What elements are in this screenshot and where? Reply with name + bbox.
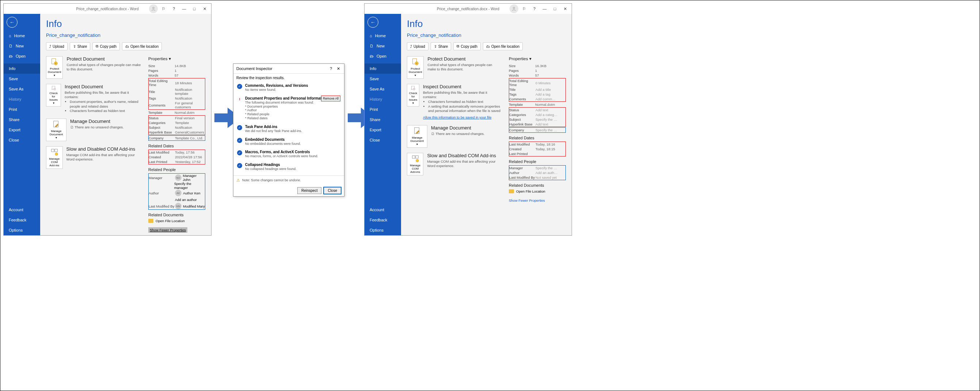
- check-issues-button[interactable]: ?Check for Issues ▾: [407, 84, 419, 106]
- manage-section: Manage Document ▾ Manage Document🗋 There…: [407, 125, 501, 148]
- nav-export[interactable]: Export: [4, 125, 40, 135]
- nav-print[interactable]: Print: [364, 104, 401, 114]
- check-issues-button[interactable]: ?Check for Issues ▾: [46, 84, 61, 106]
- nav-save-as[interactable]: Save As: [4, 84, 40, 94]
- account-icon[interactable]: [509, 5, 518, 13]
- coming-soon-icon[interactable]: ⚐: [519, 5, 529, 13]
- close-icon[interactable]: ✕: [199, 5, 210, 13]
- related-people-box: ManagerMJManager John Specify the manage…: [148, 173, 205, 210]
- dialog-lead: Review the inspection results.: [236, 76, 341, 80]
- nav-account[interactable]: Account: [364, 204, 401, 215]
- manage-com-button[interactable]: Manage COM Add-ins: [46, 146, 63, 169]
- prop-row: Last Modified ByNot saved yet: [509, 175, 565, 180]
- folder-icon: 🗀: [125, 44, 129, 49]
- show-fewer-link[interactable]: Show Fewer Properties: [509, 198, 545, 203]
- properties-header[interactable]: Properties ▾: [509, 56, 566, 61]
- open-location-button[interactable]: 🗀Open file location: [122, 42, 162, 50]
- prop-row: Last ModifiedToday, 18:16: [509, 142, 565, 147]
- help-icon[interactable]: ?: [169, 5, 179, 13]
- manage-document-button[interactable]: Manage Document ▾: [407, 125, 427, 148]
- copy-path-button[interactable]: ⧉Copy path: [453, 42, 481, 50]
- copy-path-button[interactable]: ⧉Copy path: [92, 42, 120, 50]
- backstage-main: Info Price_change_notification ⤴Upload ⇪…: [401, 14, 572, 235]
- open-file-location-link[interactable]: Open File Location: [148, 218, 205, 223]
- link-icon: ⧉: [457, 44, 459, 49]
- nav-new[interactable]: 🗋New: [364, 41, 401, 51]
- nav-options[interactable]: Options: [4, 225, 40, 235]
- titlebar: Price_change_notification.docx - Word ⚐ …: [364, 4, 572, 14]
- check-icon: ✓: [237, 138, 242, 143]
- backstage-sidebar: ← ⌂Home 🗋New 🗁Open Info Save Save As His…: [4, 14, 40, 235]
- nav-close[interactable]: Close: [4, 135, 40, 145]
- prop-row: Pages1: [148, 68, 205, 73]
- minimize-icon[interactable]: ―: [179, 5, 189, 13]
- backstage-main: Info Price_change_notification ⤴Upload ⇪…: [40, 14, 211, 235]
- nav-share[interactable]: Share: [4, 114, 40, 125]
- nav-info[interactable]: Info: [364, 63, 401, 74]
- show-fewer-link[interactable]: Show Fewer Properties: [148, 227, 188, 233]
- nav-home[interactable]: ⌂Home: [4, 31, 40, 41]
- close-icon[interactable]: ✕: [335, 66, 341, 71]
- protect-document-button[interactable]: Protect Document ▾: [46, 56, 63, 79]
- nav-save-as[interactable]: Save As: [364, 84, 401, 94]
- remove-all-button[interactable]: Remove All: [321, 95, 340, 101]
- share-button[interactable]: ⇪Share: [70, 42, 91, 50]
- home-icon: ⌂: [370, 33, 372, 38]
- maximize-icon[interactable]: □: [189, 5, 199, 13]
- nav-home[interactable]: ⌂Home: [364, 31, 401, 41]
- nav-export[interactable]: Export: [364, 125, 401, 135]
- coming-soon-icon[interactable]: ⚐: [159, 5, 169, 13]
- open-file-location-link[interactable]: Open File Location: [509, 189, 566, 194]
- allow-save-link[interactable]: Allow this information to be saved in yo…: [423, 115, 491, 119]
- protect-document-button[interactable]: Protect Document ▾: [407, 56, 424, 79]
- filename-link[interactable]: Price_change_notification: [46, 32, 205, 38]
- close-icon[interactable]: ✕: [560, 5, 570, 13]
- prop-row: Pages1: [509, 68, 566, 73]
- properties-header[interactable]: Properties ▾: [148, 56, 205, 61]
- prop-row: SubjectSpecify the …: [509, 117, 565, 122]
- svg-rect-19: [412, 156, 415, 158]
- account-icon[interactable]: [149, 5, 158, 13]
- help-icon[interactable]: ?: [328, 66, 334, 71]
- avatar: MM: [175, 203, 181, 209]
- nav-save[interactable]: Save: [4, 74, 40, 84]
- link-icon: ⧉: [96, 44, 98, 49]
- prop-row: Total Editing Time18 Minutes: [149, 78, 205, 87]
- back-button[interactable]: ←: [6, 17, 18, 28]
- upload-button[interactable]: ⤴Upload: [407, 42, 428, 50]
- nav-share[interactable]: Share: [364, 114, 401, 125]
- reinspect-button[interactable]: Reinspect: [298, 187, 321, 194]
- inspector-result: ✓Task Pane Add-insWe did not find any Ta…: [236, 123, 341, 135]
- manage-document-button[interactable]: Manage Document ▾: [46, 119, 67, 141]
- nav-info[interactable]: Info: [4, 63, 40, 74]
- open-location-button[interactable]: 🗀Open file location: [483, 42, 523, 50]
- svg-point-0: [153, 7, 154, 9]
- prop-row: Last ModifiedToday, 17:56: [149, 150, 205, 155]
- filename-link[interactable]: Price_change_notification: [407, 32, 566, 38]
- upload-button[interactable]: ⤴Upload: [46, 42, 68, 50]
- properties-panel: Properties ▾ Size16.3KBPages1Words57 Tot…: [509, 56, 566, 203]
- nav-feedback[interactable]: Feedback: [364, 215, 401, 225]
- minimize-icon[interactable]: ―: [539, 5, 550, 13]
- nav-account[interactable]: Account: [4, 204, 40, 215]
- nav-feedback[interactable]: Feedback: [4, 215, 40, 225]
- manage-com-button[interactable]: Manage COM Add-ins: [407, 153, 423, 176]
- nav-new[interactable]: 🗋New: [4, 41, 40, 51]
- maximize-icon[interactable]: □: [550, 5, 560, 13]
- nav-options[interactable]: Options: [364, 225, 401, 235]
- prop-row: Size14.8KB: [148, 63, 205, 68]
- nav-open[interactable]: 🗁Open: [4, 51, 40, 61]
- prop-row: Size16.3KB: [509, 63, 566, 68]
- avatar: MJ: [175, 174, 181, 181]
- nav-close[interactable]: Close: [364, 135, 401, 145]
- nav-print[interactable]: Print: [4, 104, 40, 114]
- back-button[interactable]: ←: [368, 17, 379, 28]
- close-button[interactable]: Close: [324, 187, 341, 194]
- nav-open[interactable]: 🗁Open: [364, 51, 401, 61]
- protect-section: Protect Document ▾ Protect DocumentContr…: [407, 56, 501, 79]
- prop-row: Created2022/04/28 17:56: [149, 155, 205, 159]
- nav-save[interactable]: Save: [364, 74, 401, 84]
- share-button[interactable]: ⇪Share: [431, 42, 452, 50]
- dialog-note: ⚠Note: Some changes cannot be undone.: [234, 176, 344, 185]
- help-icon[interactable]: ?: [529, 5, 539, 13]
